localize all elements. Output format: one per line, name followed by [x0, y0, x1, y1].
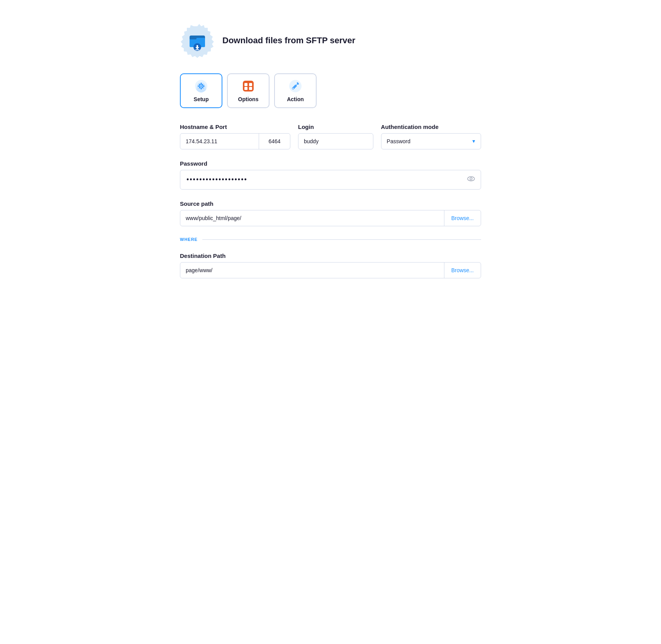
destination-path-label: Destination Path [180, 253, 481, 259]
tab-setup[interactable]: Setup [180, 73, 222, 108]
source-path-group: Source path Browse... [180, 200, 481, 226]
source-path-label: Source path [180, 200, 481, 207]
svg-rect-5 [195, 49, 199, 50]
where-section: WHERE [180, 237, 481, 242]
svg-rect-13 [249, 87, 252, 90]
password-label: Password [180, 160, 481, 167]
tab-action[interactable]: Action [274, 73, 317, 108]
svg-rect-9 [243, 81, 254, 92]
where-divider: WHERE [180, 237, 481, 242]
hostname-input[interactable] [180, 134, 259, 149]
source-path-browse-wrap: Browse... [180, 210, 481, 226]
tabs-container: Setup Options Action [180, 73, 481, 108]
source-browse-button[interactable]: Browse... [444, 210, 481, 226]
password-wrap [180, 170, 481, 190]
svg-point-15 [293, 88, 294, 89]
auth-mode-select-wrap: Password Key Agent ▼ [381, 133, 481, 149]
page-container: Download files from SFTP server Setup [180, 23, 481, 621]
svg-point-16 [468, 177, 475, 181]
destination-browse-button[interactable]: Browse... [444, 263, 481, 278]
password-input[interactable] [180, 170, 481, 189]
where-line [202, 239, 481, 240]
tab-setup-label: Setup [194, 96, 209, 102]
eye-icon[interactable] [467, 175, 475, 185]
auth-mode-group: Authentication mode Password Key Agent ▼ [381, 124, 481, 149]
hostname-label: Hostname & Port [180, 124, 290, 130]
auth-mode-select[interactable]: Password Key Agent [381, 134, 481, 149]
destination-path-browse-wrap: Browse... [180, 262, 481, 278]
hostname-port-input-row [180, 133, 290, 149]
login-group: Login [298, 124, 373, 149]
svg-point-17 [470, 178, 472, 180]
svg-rect-10 [244, 83, 247, 86]
auth-mode-label: Authentication mode [381, 124, 481, 130]
connection-row: Hostname & Port Login Authentication mod… [180, 124, 481, 149]
hostname-group: Hostname & Port [180, 124, 290, 149]
header: Download files from SFTP server [180, 23, 481, 58]
svg-rect-11 [244, 87, 247, 90]
action-tab-icon [288, 79, 302, 93]
tab-options-label: Options [238, 96, 259, 102]
login-label: Login [298, 124, 373, 130]
options-tab-icon [241, 79, 255, 93]
svg-rect-2 [190, 37, 197, 39]
port-input[interactable] [259, 134, 290, 149]
destination-path-input[interactable] [180, 263, 444, 278]
sftp-icon [180, 23, 215, 58]
page-title: Download files from SFTP server [222, 36, 355, 46]
password-group: Password [180, 160, 481, 190]
destination-path-group: Destination Path Browse... [180, 253, 481, 278]
tab-action-label: Action [287, 96, 304, 102]
where-label: WHERE [180, 237, 198, 242]
tab-options[interactable]: Options [227, 73, 269, 108]
svg-rect-12 [249, 83, 252, 86]
setup-tab-icon [194, 79, 208, 93]
source-path-input[interactable] [180, 210, 444, 226]
login-input[interactable] [298, 133, 373, 149]
